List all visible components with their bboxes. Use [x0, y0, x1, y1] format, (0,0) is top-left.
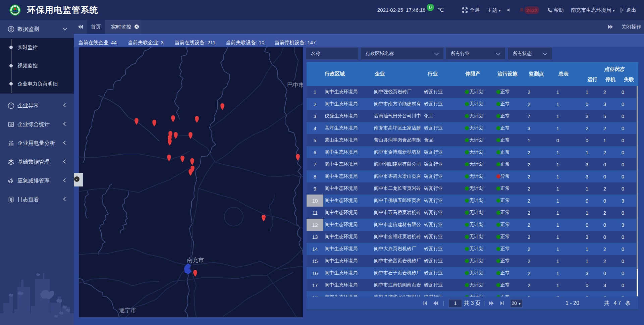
svg-text:遂宁市: 遂宁市 [119, 307, 136, 314]
svg-text:央: 央 [9, 123, 13, 126]
svg-text:巴中市: 巴中市 [287, 82, 303, 88]
svg-text:南充市: 南充市 [187, 257, 204, 263]
